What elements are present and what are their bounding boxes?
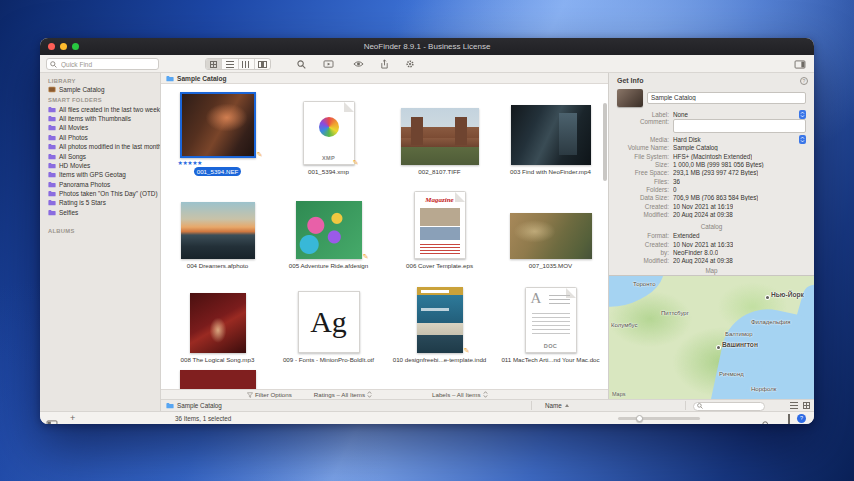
grid-options-icon[interactable] xyxy=(803,402,810,409)
file-item[interactable]: ✎ ★★★★★ 001_5394.NEF xyxy=(162,85,273,179)
info-label: Modified: xyxy=(609,257,673,264)
info-value: Hard Disk xyxy=(673,136,701,143)
quick-find-field[interactable] xyxy=(46,58,159,70)
list-options-icon[interactable] xyxy=(790,402,798,409)
sidebar-item-label: All Songs xyxy=(59,153,86,160)
divider xyxy=(685,401,686,410)
view-icons-button[interactable] xyxy=(206,59,222,69)
album-art-thumbnail[interactable] xyxy=(190,293,246,353)
help-icon[interactable]: ? xyxy=(800,77,808,85)
sidebar-item-smart-folder[interactable]: Photos taken "On This Day" (OTD) xyxy=(40,189,160,198)
edit-badge-icon: ✎ xyxy=(464,347,470,354)
file-item[interactable]: 007_1035.MOV xyxy=(495,179,606,273)
file-item[interactable]: Ag 009 - Fonts - MinionPro-BoldIt.otf xyxy=(273,273,384,367)
thumbnail-size-slider[interactable] xyxy=(618,417,700,420)
funnel-icon xyxy=(247,392,253,398)
photo-thumbnail[interactable] xyxy=(401,108,479,165)
file-item[interactable] xyxy=(162,367,273,389)
info-value: Sample Catalog xyxy=(673,144,718,151)
ratings-filter-popup[interactable]: Ratings – All Items xyxy=(314,391,372,398)
photo-thumbnail[interactable] xyxy=(180,370,256,389)
sidebar-item-smart-folder[interactable]: All Songs xyxy=(40,151,160,160)
file-name: 011 MacTech Arti...nd Your Mac.doc xyxy=(498,355,602,364)
view-gallery-button[interactable] xyxy=(255,59,270,69)
sidebar-item-sample-catalog[interactable]: Sample Catalog xyxy=(40,85,160,94)
minimize-window-button[interactable] xyxy=(60,43,67,50)
filter-options-button[interactable]: Filter Options xyxy=(247,391,292,398)
label-popup-stepper[interactable] xyxy=(799,110,806,119)
quick-find-input[interactable] xyxy=(59,60,155,69)
toggle-inspector-button[interactable] xyxy=(792,58,808,70)
info-label: Format: xyxy=(609,232,673,239)
slideshow-button[interactable] xyxy=(320,58,336,70)
file-item[interactable]: 002_8107.TIFF xyxy=(384,85,495,179)
sidebar-item-smart-folder[interactable]: HD Movies xyxy=(40,161,160,170)
sidebar-item-label: All files created in the last two weeks xyxy=(59,106,160,113)
sidebar-item-smart-folder[interactable]: Panorama Photos xyxy=(40,180,160,189)
photo-thumbnail[interactable] xyxy=(181,202,255,259)
quick-look-button[interactable] xyxy=(762,415,770,425)
file-item[interactable]: 008 The Logical Song.mp3 xyxy=(162,273,273,367)
video-thumbnail[interactable] xyxy=(511,105,591,165)
photo-thumbnail[interactable] xyxy=(180,92,256,158)
comment-input[interactable] xyxy=(673,119,806,133)
sidebar-panel-icon xyxy=(46,420,58,425)
window-title: NeoFinder 8.9.1 - Business License xyxy=(40,38,814,55)
file-item[interactable]: 004 Dreamers.afphoto xyxy=(162,179,273,273)
share-button[interactable] xyxy=(376,58,392,70)
map-view[interactable]: Торонто Нью-Йорк Питтсбург Филадельфия Б… xyxy=(609,275,814,399)
help-button[interactable]: ? xyxy=(797,414,806,423)
font-thumbnail[interactable]: Ag xyxy=(298,291,360,353)
titlebar[interactable]: NeoFinder 8.9.1 - Business License xyxy=(40,38,814,55)
catalog-name-input[interactable] xyxy=(647,92,806,104)
file-name: 003 Find with NeoFinder.mp4 xyxy=(507,167,594,176)
rating-stars[interactable]: ★★★★★ xyxy=(178,160,258,167)
view-columns-button[interactable] xyxy=(239,59,255,69)
design-thumbnail[interactable] xyxy=(296,201,362,259)
add-button[interactable]: + xyxy=(70,412,75,424)
sidebar-item-smart-folder[interactable]: All items with Thumbnails xyxy=(40,114,160,123)
breadcrumb-label: Sample Catalog xyxy=(177,402,222,409)
slider-knob[interactable] xyxy=(636,415,643,422)
file-item[interactable]: ✎ 005 Adventure Ride.afdesign xyxy=(273,179,384,273)
xmp-file-thumbnail[interactable]: XMP xyxy=(303,101,355,165)
video-thumbnail[interactable] xyxy=(510,213,592,259)
file-item[interactable]: 003 Find with NeoFinder.mp4 xyxy=(495,85,606,179)
sidebar-item-smart-folder[interactable]: All Photos xyxy=(40,133,160,142)
smart-folder-icon xyxy=(48,143,56,150)
indesign-thumbnail[interactable] xyxy=(417,287,463,353)
grid-size-button[interactable] xyxy=(788,415,790,425)
sidebar-item-smart-folder[interactable]: All photos modified in the last month xyxy=(40,142,160,151)
media-popup-stepper[interactable] xyxy=(799,135,806,144)
sidebar-item-smart-folder[interactable]: All files created in the last two weeks xyxy=(40,104,160,113)
scrollbar-thumb[interactable] xyxy=(603,103,607,181)
labels-filter-popup[interactable]: Labels – All Items xyxy=(432,391,488,398)
ratings-filter-label: Ratings – All Items xyxy=(314,391,365,398)
breadcrumb[interactable]: Sample Catalog xyxy=(166,402,222,409)
info-label: Modified: xyxy=(609,211,673,218)
zoom-window-button[interactable] xyxy=(72,43,79,50)
view-list-button[interactable] xyxy=(222,59,238,69)
file-item[interactable]: Magazine 006 Cover Template.eps xyxy=(384,179,495,273)
file-item[interactable]: ✎ 010 designfreebi...e-template.indd xyxy=(384,273,495,367)
sort-column-header[interactable]: Name xyxy=(545,402,569,409)
settings-button[interactable] xyxy=(402,58,418,70)
close-window-button[interactable] xyxy=(48,43,55,50)
sidebar-item-smart-folder[interactable]: All Movies xyxy=(40,123,160,132)
preview-button[interactable] xyxy=(350,58,366,70)
file-item[interactable]: XMP✎ 001_5394.xmp xyxy=(273,85,384,179)
find-button[interactable] xyxy=(293,58,309,70)
list-search-input[interactable] xyxy=(705,402,761,410)
grid-view-icon xyxy=(210,61,217,68)
sidebar-item-smart-folder[interactable]: Selfies xyxy=(40,208,160,217)
sidebar-item-smart-folder[interactable]: Rating is 5 Stars xyxy=(40,198,160,207)
vertical-scrollbar[interactable] xyxy=(603,98,607,377)
info-label: Media: xyxy=(609,136,673,143)
file-item[interactable]: ADOC 011 MacTech Arti...nd Your Mac.doc xyxy=(495,273,606,367)
toggle-sidebar-button[interactable] xyxy=(46,415,58,425)
sidebar-item-smart-folder[interactable]: Items with GPS Geotag xyxy=(40,170,160,179)
list-search-field[interactable] xyxy=(693,402,765,411)
eps-cover-thumbnail[interactable]: Magazine xyxy=(414,191,466,259)
map-city-label: Ричмонд xyxy=(719,371,744,377)
doc-file-thumbnail[interactable]: ADOC xyxy=(525,287,577,353)
